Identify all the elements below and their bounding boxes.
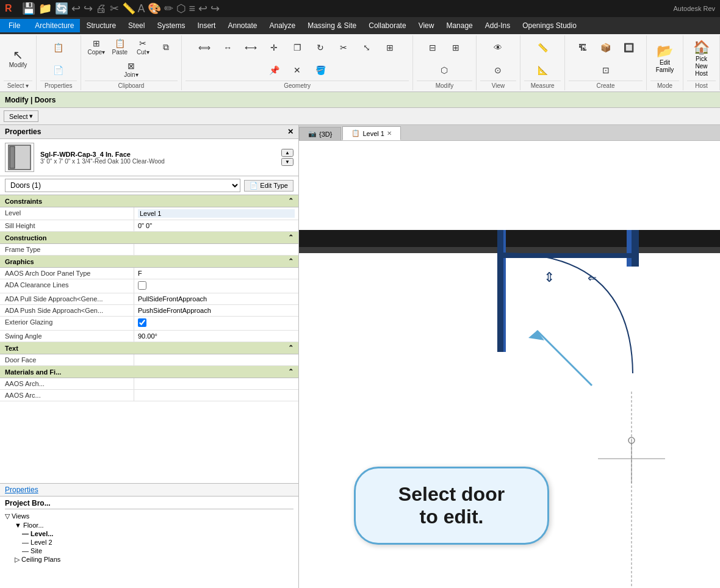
level1-tab-close[interactable]: ✕ [387, 130, 392, 137]
paint-btn[interactable]: 🪣 [309, 63, 331, 77]
menu-steel[interactable]: Steel [122, 19, 151, 32]
properties-btn[interactable]: 📋 [48, 41, 70, 54]
proj-level2[interactable]: — Level 2 [5, 538, 293, 547]
menu-architecture[interactable]: Architecture [29, 19, 80, 32]
measure-btn[interactable]: 📏 [531, 41, 553, 54]
paste-btn[interactable]: 📋Paste [109, 37, 131, 58]
svg-rect-3 [299, 247, 720, 253]
cut2-btn[interactable]: ⬡ [433, 63, 455, 77]
move-btn[interactable]: ✛ [263, 41, 285, 54]
scale-btn[interactable]: ⤡ [356, 41, 378, 54]
level-input[interactable] [138, 209, 295, 218]
menu-analyze[interactable]: Analyze [264, 19, 302, 32]
modify-bar-text: Modify | Doors [5, 96, 56, 104]
section-construction[interactable]: Construction ⌃ [0, 232, 298, 244]
cope-btn[interactable]: ⊞Cope▾ [85, 37, 107, 58]
copy-btn[interactable]: ⧉ [155, 40, 177, 54]
properties-type-dropdown[interactable]: Doors (1) [5, 179, 240, 192]
scroll-up-btn[interactable]: ▲ [281, 149, 293, 157]
mirror-btn[interactable]: ⟷ [240, 41, 262, 54]
menu-systems[interactable]: Systems [151, 19, 191, 32]
array-btn[interactable]: ⊞ [379, 41, 401, 54]
tab-3d[interactable]: 📷 {3D} [299, 127, 341, 140]
prop-ada-clearance-value[interactable] [134, 279, 298, 293]
prop-frame-value[interactable] [134, 244, 298, 255]
join-btn[interactable]: ⊠Join▾ [120, 59, 142, 81]
proj-ceiling-plans[interactable]: ▷ Ceiling Plans [5, 555, 293, 564]
menu-annotate[interactable]: Annotate [221, 19, 263, 32]
project-browser: Project Bro... ▽ Views ▼ Floor... — Leve… [0, 496, 298, 588]
prop-door-face-value[interactable] [134, 354, 298, 365]
create-btn[interactable]: 🏗 [572, 41, 594, 54]
menu-openings[interactable]: Openings Studio [516, 19, 583, 32]
pick-new-host-btn[interactable]: 🏠 Pick NewHost [686, 37, 718, 80]
scroll-down-btn[interactable]: ▼ [281, 158, 293, 166]
menu-collaborate[interactable]: Collaborate [362, 19, 412, 32]
measure2-btn[interactable]: 📐 [531, 63, 553, 77]
select-group-label: Select ▾ [4, 81, 32, 89]
prop-ada-pull-value[interactable]: PullSideFrontApproach [134, 293, 298, 304]
prop-level-value[interactable] [134, 207, 298, 220]
prop-swing-angle-value[interactable]: 90.00° [134, 331, 298, 342]
proj-site[interactable]: — Site [5, 547, 293, 555]
menu-manage[interactable]: Manage [440, 19, 478, 32]
properties-close-icon[interactable]: ✕ [287, 127, 293, 136]
prop-ada-clearance-name: ADA Clearance Lines [0, 279, 134, 293]
properties-link[interactable]: Properties [5, 486, 38, 494]
view2-btn[interactable]: ⊙ [487, 63, 509, 77]
prop-sill-value[interactable]: 0" 0" [134, 220, 298, 231]
menu-structure[interactable]: Structure [80, 19, 122, 32]
prop-ada-push-value[interactable]: PushSideFrontApproach [134, 305, 298, 316]
join2-btn[interactable]: ⊞ [445, 41, 467, 54]
pin-btn[interactable]: 📌 [263, 63, 285, 77]
menu-file[interactable]: File [0, 19, 29, 32]
prop-aaos-arch1-value[interactable] [134, 378, 298, 389]
ribbon-group-create: 🏗 📦 🔲 ⊡ Create [565, 35, 647, 90]
rotate-btn[interactable]: ↻ [309, 41, 331, 54]
prop-ada-clearance: ADA Clearance Lines [0, 279, 298, 293]
select-label: Select [9, 113, 28, 120]
cut-btn[interactable]: ✂Cut▾ [132, 37, 154, 58]
tab-level1[interactable]: 📋 Level 1 ✕ [342, 126, 400, 140]
create3-btn[interactable]: 🔲 [618, 41, 640, 54]
viewport-canvas[interactable]: ⇕ ⇐ Select doorto edit. [299, 141, 720, 588]
thumbnail-info: Sgl-F-WDR-Cap-3_4 In. Face 3' 0" x 7' 0"… [40, 151, 165, 165]
ada-clearance-checkbox[interactable] [138, 281, 146, 290]
proj-views[interactable]: ▽ Views [5, 512, 293, 521]
edit-family-btn[interactable]: 📂 EditFamily [649, 41, 681, 76]
section-text[interactable]: Text ⌃ [0, 342, 298, 354]
prop-aaos-arch2-value[interactable] [134, 390, 298, 401]
menu-view[interactable]: View [412, 19, 441, 32]
menu-massing[interactable]: Massing & Site [301, 19, 362, 32]
svg-rect-2 [299, 230, 720, 247]
project-browser-title: Project Bro... [5, 499, 293, 509]
properties-btn2[interactable]: 📄 [48, 63, 70, 77]
split-btn[interactable]: ⊟ [422, 41, 444, 54]
prop-exterior-glazing: Exterior Glazing [0, 317, 298, 331]
callout-text: Select doorto edit. [398, 483, 505, 528]
section-materials[interactable]: Materials and Fi... ⌃ [0, 366, 298, 378]
prop-door-panel-value[interactable]: F [134, 268, 298, 279]
exterior-glazing-checkbox[interactable] [138, 318, 146, 327]
viewport: 📷 {3D} 📋 Level 1 ✕ [299, 125, 720, 588]
menu-insert[interactable]: Insert [191, 19, 221, 32]
align-btn[interactable]: ⟺ [193, 41, 215, 54]
select-modify-btn[interactable]: ↖ Modify [5, 47, 32, 71]
proj-floor-plans[interactable]: ▼ Floor... [5, 521, 293, 529]
section-constraints[interactable]: Constraints ⌃ [0, 195, 298, 207]
view-btn[interactable]: 👁 [487, 41, 509, 54]
menu-addins[interactable]: Add-Ins [479, 19, 516, 32]
create4-btn[interactable]: ⊡ [595, 63, 617, 77]
trim-btn[interactable]: ✂ [333, 41, 355, 54]
select-button[interactable]: Select ▾ [4, 110, 38, 122]
section-graphics[interactable]: Graphics ⌃ [0, 256, 298, 268]
delete-btn[interactable]: ✕ [286, 63, 308, 77]
offset-btn[interactable]: ↔ [217, 41, 239, 54]
edit-type-button[interactable]: 📄 Edit Type [244, 180, 293, 192]
copy2-btn[interactable]: ❐ [286, 41, 308, 54]
create2-btn[interactable]: 📦 [595, 41, 617, 54]
proj-level1[interactable]: — Level... [5, 529, 293, 538]
prop-exterior-glazing-value[interactable] [134, 317, 298, 330]
app-title: Autodesk Rev [674, 5, 715, 12]
section-graphics-icon: ⌃ [288, 257, 293, 265]
